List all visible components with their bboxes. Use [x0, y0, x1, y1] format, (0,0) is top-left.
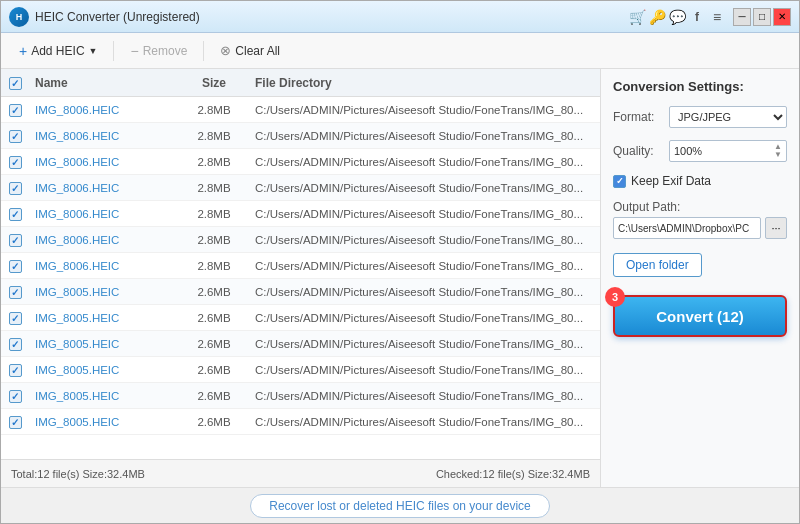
- row-checkbox[interactable]: [9, 260, 22, 273]
- row-dir: C:/Users/ADMIN/Pictures/Aiseesoft Studio…: [249, 364, 600, 376]
- clear-all-button[interactable]: ⊗ Clear All: [212, 39, 288, 62]
- recover-button[interactable]: Recover lost or deleted HEIC files on yo…: [250, 494, 549, 518]
- table-row[interactable]: IMG_8005.HEIC 2.6MB C:/Users/ADMIN/Pictu…: [1, 331, 600, 357]
- toolbar: + Add HEIC ▼ − Remove ⊗ Clear All: [1, 33, 799, 69]
- quality-arrows: ▲ ▼: [774, 143, 782, 159]
- table-row[interactable]: IMG_8005.HEIC 2.6MB C:/Users/ADMIN/Pictu…: [1, 279, 600, 305]
- format-select[interactable]: JPG/JPEG PNG PDF GIF: [669, 106, 787, 128]
- toolbar-separator-1: [113, 41, 114, 61]
- quality-down-arrow[interactable]: ▼: [774, 151, 782, 159]
- maximize-button[interactable]: □: [753, 8, 771, 26]
- table-header: Name Size File Directory: [1, 69, 600, 97]
- convert-button-wrapper: 3 Convert (12): [613, 295, 787, 337]
- row-dir: C:/Users/ADMIN/Pictures/Aiseesoft Studio…: [249, 416, 600, 428]
- row-checkbox[interactable]: [9, 182, 22, 195]
- table-row[interactable]: IMG_8006.HEIC 2.8MB C:/Users/ADMIN/Pictu…: [1, 175, 600, 201]
- row-size: 2.6MB: [179, 416, 249, 428]
- row-checkbox[interactable]: [9, 364, 22, 377]
- row-checkbox-cell: [1, 103, 29, 117]
- facebook-icon[interactable]: f: [689, 9, 705, 25]
- right-panel: Conversion Settings: Format: JPG/JPEG PN…: [601, 69, 799, 487]
- table-row[interactable]: IMG_8006.HEIC 2.8MB C:/Users/ADMIN/Pictu…: [1, 149, 600, 175]
- keep-exif-row: Keep Exif Data: [613, 174, 787, 188]
- table-row[interactable]: IMG_8005.HEIC 2.6MB C:/Users/ADMIN/Pictu…: [1, 383, 600, 409]
- file-list-area: Name Size File Directory IMG_8006.HEIC 2…: [1, 69, 601, 487]
- keep-exif-label: Keep Exif Data: [631, 174, 711, 188]
- row-checkbox-cell: [1, 363, 29, 377]
- row-name: IMG_8005.HEIC: [29, 286, 179, 298]
- table-row[interactable]: IMG_8006.HEIC 2.8MB C:/Users/ADMIN/Pictu…: [1, 123, 600, 149]
- row-name: IMG_8006.HEIC: [29, 104, 179, 116]
- row-checkbox-cell: [1, 155, 29, 169]
- row-dir: C:/Users/ADMIN/Pictures/Aiseesoft Studio…: [249, 130, 600, 142]
- close-button[interactable]: ✕: [773, 8, 791, 26]
- row-dir: C:/Users/ADMIN/Pictures/Aiseesoft Studio…: [249, 208, 600, 220]
- table-row[interactable]: IMG_8006.HEIC 2.8MB C:/Users/ADMIN/Pictu…: [1, 253, 600, 279]
- table-row[interactable]: IMG_8006.HEIC 2.8MB C:/Users/ADMIN/Pictu…: [1, 227, 600, 253]
- add-icon: +: [19, 43, 27, 59]
- row-size: 2.6MB: [179, 312, 249, 324]
- chat-icon[interactable]: 💬: [669, 9, 685, 25]
- row-dir: C:/Users/ADMIN/Pictures/Aiseesoft Studio…: [249, 312, 600, 324]
- row-name: IMG_8006.HEIC: [29, 234, 179, 246]
- row-checkbox[interactable]: [9, 208, 22, 221]
- open-folder-button[interactable]: Open folder: [613, 253, 702, 277]
- table-row[interactable]: IMG_8005.HEIC 2.6MB C:/Users/ADMIN/Pictu…: [1, 409, 600, 435]
- table-body: IMG_8006.HEIC 2.8MB C:/Users/ADMIN/Pictu…: [1, 97, 600, 459]
- table-row[interactable]: IMG_8005.HEIC 2.6MB C:/Users/ADMIN/Pictu…: [1, 357, 600, 383]
- table-row[interactable]: IMG_8006.HEIC 2.8MB C:/Users/ADMIN/Pictu…: [1, 201, 600, 227]
- header-directory: File Directory: [249, 76, 600, 90]
- table-row[interactable]: IMG_8006.HEIC 2.8MB C:/Users/ADMIN/Pictu…: [1, 97, 600, 123]
- convert-button[interactable]: Convert (12): [613, 295, 787, 337]
- main-content: Name Size File Directory IMG_8006.HEIC 2…: [1, 69, 799, 487]
- menu-icon[interactable]: ≡: [709, 9, 725, 25]
- quality-value: 100%: [674, 145, 702, 157]
- window-controls: ─ □ ✕: [733, 8, 791, 26]
- remove-button[interactable]: − Remove: [122, 39, 195, 63]
- main-window: H HEIC Converter (Unregistered) 🛒 🔑 💬 f …: [0, 0, 800, 524]
- quality-box[interactable]: 100% ▲ ▼: [669, 140, 787, 162]
- table-row[interactable]: IMG_8005.HEIC 2.6MB C:/Users/ADMIN/Pictu…: [1, 305, 600, 331]
- quality-row: Quality: 100% ▲ ▼: [613, 140, 787, 162]
- app-logo: H: [9, 7, 29, 27]
- row-checkbox[interactable]: [9, 416, 22, 429]
- row-dir: C:/Users/ADMIN/Pictures/Aiseesoft Studio…: [249, 390, 600, 402]
- output-path-label: Output Path:: [613, 200, 787, 214]
- add-heic-label: Add HEIC: [31, 44, 84, 58]
- row-checkbox[interactable]: [9, 156, 22, 169]
- select-all-checkbox[interactable]: [9, 77, 22, 90]
- row-size: 2.8MB: [179, 182, 249, 194]
- row-size: 2.6MB: [179, 286, 249, 298]
- window-title: HEIC Converter (Unregistered): [35, 10, 629, 24]
- cart-icon[interactable]: 🛒: [629, 9, 645, 25]
- browse-button[interactable]: ···: [765, 217, 787, 239]
- row-checkbox-cell: [1, 311, 29, 325]
- row-checkbox-cell: [1, 259, 29, 273]
- row-checkbox[interactable]: [9, 104, 22, 117]
- row-checkbox[interactable]: [9, 234, 22, 247]
- keep-exif-checkbox[interactable]: [613, 175, 626, 188]
- output-path-display: C:\Users\ADMIN\Dropbox\PC: [613, 217, 761, 239]
- row-name: IMG_8005.HEIC: [29, 338, 179, 350]
- minimize-button[interactable]: ─: [733, 8, 751, 26]
- output-path-section: Output Path: C:\Users\ADMIN\Dropbox\PC ·…: [613, 200, 787, 245]
- row-size: 2.8MB: [179, 234, 249, 246]
- format-label: Format:: [613, 110, 663, 124]
- row-size: 2.8MB: [179, 156, 249, 168]
- step-badge: 3: [605, 287, 625, 307]
- checked-count: Checked:12 file(s) Size:32.4MB: [436, 468, 590, 480]
- row-checkbox-cell: [1, 207, 29, 221]
- toolbar-separator-2: [203, 41, 204, 61]
- file-list-footer: Total:12 file(s) Size:32.4MB Checked:12 …: [1, 459, 600, 487]
- row-checkbox[interactable]: [9, 390, 22, 403]
- row-checkbox[interactable]: [9, 312, 22, 325]
- row-checkbox[interactable]: [9, 130, 22, 143]
- row-dir: C:/Users/ADMIN/Pictures/Aiseesoft Studio…: [249, 156, 600, 168]
- output-path-row: C:\Users\ADMIN\Dropbox\PC ···: [613, 217, 787, 239]
- row-size: 2.8MB: [179, 260, 249, 272]
- add-heic-button[interactable]: + Add HEIC ▼: [11, 39, 105, 63]
- key-icon[interactable]: 🔑: [649, 9, 665, 25]
- row-checkbox[interactable]: [9, 286, 22, 299]
- row-checkbox[interactable]: [9, 338, 22, 351]
- row-name: IMG_8005.HEIC: [29, 390, 179, 402]
